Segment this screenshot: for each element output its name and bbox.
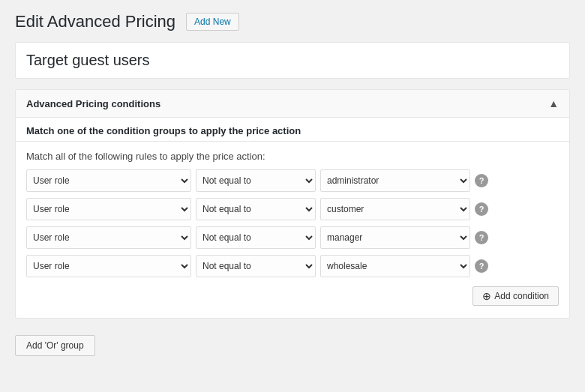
panel-title: Advanced Pricing conditions bbox=[26, 98, 160, 109]
add-new-button[interactable]: Add New bbox=[186, 13, 239, 31]
field-select[interactable]: User role bbox=[26, 169, 191, 192]
add-or-group-button[interactable]: Add 'Or' group bbox=[15, 335, 95, 356]
conditions-container: User roleNot equal toEqual toadministrat… bbox=[26, 169, 559, 277]
page-title: Edit Advanced Pricing bbox=[15, 12, 176, 31]
operator-select[interactable]: Not equal toEqual to bbox=[196, 198, 316, 220]
help-icon[interactable]: ? bbox=[475, 259, 488, 273]
match-all-description: Match all of the following rules to appl… bbox=[26, 151, 559, 162]
operator-select[interactable]: Not equal toEqual to bbox=[196, 226, 316, 249]
add-condition-label: Add condition bbox=[494, 291, 549, 301]
pricing-name-input[interactable] bbox=[26, 52, 559, 69]
value-select[interactable]: administratorcustomermanagerwholesale bbox=[320, 198, 470, 220]
table-row: User roleNot equal toEqual toadministrat… bbox=[26, 169, 559, 192]
field-select[interactable]: User role bbox=[26, 255, 191, 277]
name-row bbox=[15, 42, 570, 79]
condition-group: Match all of the following rules to appl… bbox=[16, 142, 569, 318]
add-condition-row: ⊕ Add condition bbox=[26, 283, 559, 309]
panel-header: Advanced Pricing conditions ▲ bbox=[16, 90, 569, 118]
operator-select[interactable]: Not equal toEqual to bbox=[196, 169, 316, 192]
add-condition-button[interactable]: ⊕ Add condition bbox=[472, 286, 559, 306]
table-row: User roleNot equal toEqual toadministrat… bbox=[26, 198, 559, 220]
collapse-icon[interactable]: ▲ bbox=[548, 97, 559, 109]
match-group-description: Match one of the condition groups to app… bbox=[16, 118, 569, 142]
help-icon[interactable]: ? bbox=[475, 174, 488, 187]
table-row: User roleNot equal toEqual toadministrat… bbox=[26, 255, 559, 277]
page-header: Edit Advanced Pricing Add New bbox=[15, 12, 570, 31]
help-icon[interactable]: ? bbox=[475, 202, 488, 216]
help-icon[interactable]: ? bbox=[475, 231, 488, 244]
value-select[interactable]: administratorcustomermanagerwholesale bbox=[320, 255, 470, 277]
field-select[interactable]: User role bbox=[26, 198, 191, 220]
table-row: User roleNot equal toEqual toadministrat… bbox=[26, 226, 559, 249]
value-select[interactable]: administratorcustomermanagerwholesale bbox=[320, 226, 470, 249]
footer-actions: Add 'Or' group bbox=[15, 329, 570, 359]
plus-icon: ⊕ bbox=[482, 291, 491, 301]
advanced-pricing-panel: Advanced Pricing conditions ▲ Match one … bbox=[15, 89, 570, 319]
field-select[interactable]: User role bbox=[26, 226, 191, 249]
operator-select[interactable]: Not equal toEqual to bbox=[196, 255, 316, 277]
value-select[interactable]: administratorcustomermanagerwholesale bbox=[320, 169, 470, 192]
